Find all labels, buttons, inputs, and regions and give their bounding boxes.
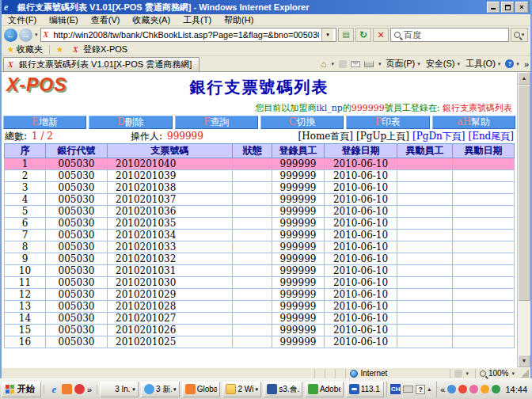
menu-item[interactable]: 帮助(H) bbox=[218, 14, 260, 26]
table-row[interactable]: 4 005030 2010201037 999999 2010-06-10 bbox=[5, 194, 515, 206]
function-button-label: 切換 bbox=[296, 116, 315, 127]
menu-item[interactable]: 编辑(E) bbox=[43, 14, 85, 26]
table-row[interactable]: 3 005030 2010201038 999999 2010-06-10 bbox=[5, 182, 515, 194]
search-input[interactable]: 百度 bbox=[390, 28, 509, 42]
command-menu-item[interactable]: 安全(S)▾ bbox=[426, 58, 461, 70]
cell-entry-date: 2010-06-10 bbox=[325, 218, 397, 230]
language-indicator[interactable]: CH bbox=[390, 384, 401, 394]
keyboard-icon[interactable] bbox=[403, 386, 413, 393]
app-quicklaunch-icon[interactable] bbox=[62, 384, 72, 394]
function-button[interactable]: P印表 bbox=[346, 116, 429, 129]
print-dropdown-icon[interactable]: ▾ bbox=[378, 61, 382, 67]
quicklaunch-overflow-chevron[interactable]: » bbox=[87, 385, 92, 394]
compatibility-view-button[interactable]: ▤ bbox=[338, 28, 354, 42]
table-row[interactable]: 5 005030 2010201036 999999 2010-06-10 bbox=[5, 206, 515, 218]
maximize-button[interactable] bbox=[501, 2, 514, 13]
tray-icon-orange[interactable] bbox=[481, 385, 489, 393]
command-menu-item[interactable]: 页面(P)▾ bbox=[386, 58, 421, 70]
protected-mode-pane[interactable]: ▾ bbox=[450, 369, 473, 378]
zoom-control[interactable]: 100% ▾ bbox=[475, 369, 519, 378]
read-mail-icon[interactable] bbox=[351, 61, 360, 67]
column-header: 異動日期 bbox=[453, 144, 515, 158]
cell-bank-code: 005030 bbox=[46, 336, 108, 348]
task-button[interactable]: 3 新... ▾ bbox=[141, 382, 180, 397]
tray-icon-pink[interactable] bbox=[469, 385, 478, 393]
overflow-chevron[interactable]: » bbox=[524, 59, 529, 69]
table-row[interactable]: 2 005030 2010201039 999999 2010-06-10 bbox=[5, 170, 515, 182]
table-row[interactable]: 6 005030 2010201035 999999 2010-06-10 bbox=[5, 218, 515, 230]
task-button[interactable]: Globa... ▾ bbox=[182, 382, 221, 397]
paging-link[interactable]: [PgDn下頁] bbox=[412, 130, 465, 143]
table-row[interactable]: 12 005030 2010201029 999999 2010-06-10 bbox=[5, 289, 515, 301]
menu-item[interactable]: 查看(V) bbox=[85, 14, 127, 26]
tray-icon-blue[interactable] bbox=[447, 385, 456, 393]
paging-link[interactable]: [Home首頁] bbox=[298, 130, 354, 143]
function-button[interactable]: E增新 bbox=[3, 116, 86, 129]
paging-link[interactable]: [End尾頁] bbox=[468, 130, 514, 143]
table-row[interactable]: 11 005030 2010201030 999999 2010-06-10 bbox=[5, 277, 515, 289]
table-row[interactable]: 13 005030 2010201028 999999 2010-06-10 bbox=[5, 301, 515, 313]
table-row[interactable]: 7 005030 2010201034 999999 2010-06-10 bbox=[5, 230, 515, 241]
help-menu[interactable]: ?▾ bbox=[505, 59, 520, 68]
table-row[interactable]: 16 005030 2010201025 999999 2010-06-10 bbox=[5, 336, 515, 348]
menu-item[interactable]: 收藏夹(A) bbox=[126, 14, 177, 26]
tray-icon-qq[interactable] bbox=[458, 385, 467, 393]
forward-button[interactable]: → bbox=[19, 28, 32, 42]
paging-link[interactable]: [PgUp上頁] bbox=[356, 130, 409, 143]
qq-quicklaunch-icon[interactable] bbox=[74, 384, 85, 394]
xpos-logo: X-POS bbox=[6, 74, 67, 95]
refresh-button[interactable]: ↻ bbox=[355, 28, 371, 42]
address-dropdown-icon[interactable]: ▾ bbox=[321, 28, 333, 41]
function-button[interactable]: aH幫助 bbox=[432, 116, 515, 129]
minimize-button[interactable] bbox=[487, 2, 500, 13]
task-button[interactable]: s3.會... ▾ bbox=[264, 382, 302, 397]
function-button[interactable]: C切換 bbox=[260, 116, 344, 129]
table-row[interactable]: 10 005030 2010201031 999999 2010-06-10 bbox=[5, 265, 515, 277]
back-button[interactable]: ← bbox=[4, 28, 17, 42]
cell-status bbox=[233, 170, 272, 182]
favorites-button[interactable]: ★ 收藏夹 bbox=[4, 44, 46, 55]
table-row[interactable]: 8 005030 2010201033 999999 2010-06-10 bbox=[5, 241, 515, 253]
home-dropdown-icon[interactable]: ▾ bbox=[331, 61, 336, 67]
address-input[interactable]: X http://win2008/tw/bank/ChkBookList.asp… bbox=[40, 28, 336, 42]
scroll-down-icon[interactable]: ▼ bbox=[518, 355, 530, 367]
command-menu-item[interactable]: 工具(O)▾ bbox=[466, 58, 501, 70]
feed-icon[interactable] bbox=[339, 60, 347, 68]
resize-grip[interactable] bbox=[521, 370, 529, 378]
stop-button[interactable]: ✕ bbox=[373, 28, 389, 42]
home-icon[interactable]: ⌂ bbox=[321, 59, 326, 70]
table-row[interactable]: 15 005030 2010201026 999999 2010-06-10 bbox=[5, 325, 515, 336]
cell-modify-employee bbox=[397, 325, 453, 336]
tray-icon-green[interactable] bbox=[492, 385, 500, 393]
menu-item[interactable]: 工具(T) bbox=[177, 14, 218, 26]
cell-modify-employee bbox=[397, 170, 453, 182]
ime-help-icon[interactable]: ? bbox=[416, 385, 425, 394]
clock[interactable]: 14:44 bbox=[505, 385, 527, 394]
vertical-scrollbar[interactable]: ▲ ▼ bbox=[517, 72, 530, 367]
scrollbar-thumb[interactable] bbox=[518, 85, 530, 301]
table-row[interactable]: 1 005030 2010201040 999999 2010-06-10 bbox=[5, 158, 515, 170]
task-button[interactable]: Adobe... ▾ bbox=[305, 382, 344, 397]
task-button[interactable]: 3 In... ▾ bbox=[100, 382, 139, 397]
table-row[interactable]: 9 005030 2010201032 999999 2010-06-10 bbox=[5, 253, 515, 265]
start-button[interactable]: 开始 bbox=[2, 382, 41, 397]
expand-tray-chevron[interactable]: « bbox=[440, 385, 445, 394]
function-button[interactable]: D刪除 bbox=[89, 116, 172, 129]
menu-bar: 文件(F)编辑(E)查看(V)收藏夹(A)工具(T)帮助(H) bbox=[2, 14, 530, 26]
function-button[interactable]: F查詢 bbox=[175, 116, 258, 129]
menu-item[interactable]: 文件(F) bbox=[2, 14, 43, 26]
ie-quicklaunch-icon[interactable]: e bbox=[49, 384, 59, 394]
task-button[interactable]: 2 Wi... ▾ bbox=[222, 382, 261, 397]
search-go-button[interactable]: ▾ bbox=[511, 28, 528, 42]
collapse-chevron-icon[interactable]: ▴ bbox=[428, 386, 431, 393]
scroll-up-icon[interactable]: ▲ bbox=[518, 72, 530, 85]
scrollbar-track[interactable] bbox=[518, 85, 530, 355]
favorites-link-login-xpos[interactable]: X 登錄X-POS bbox=[70, 44, 131, 55]
task-button[interactable]: 113.1... ▾ bbox=[346, 382, 385, 397]
active-tab[interactable]: X 銀行支票號碼列表 V1.01[X-POS 雲通商務網] bbox=[3, 57, 200, 71]
table-row[interactable]: 14 005030 2010201027 999999 2010-06-10 bbox=[5, 313, 515, 325]
print-icon[interactable] bbox=[364, 60, 374, 67]
close-button[interactable]: × bbox=[515, 2, 528, 13]
history-dropdown-icon[interactable]: ▾ bbox=[34, 32, 39, 38]
add-favorite-button[interactable]: ★ bbox=[53, 44, 66, 55]
